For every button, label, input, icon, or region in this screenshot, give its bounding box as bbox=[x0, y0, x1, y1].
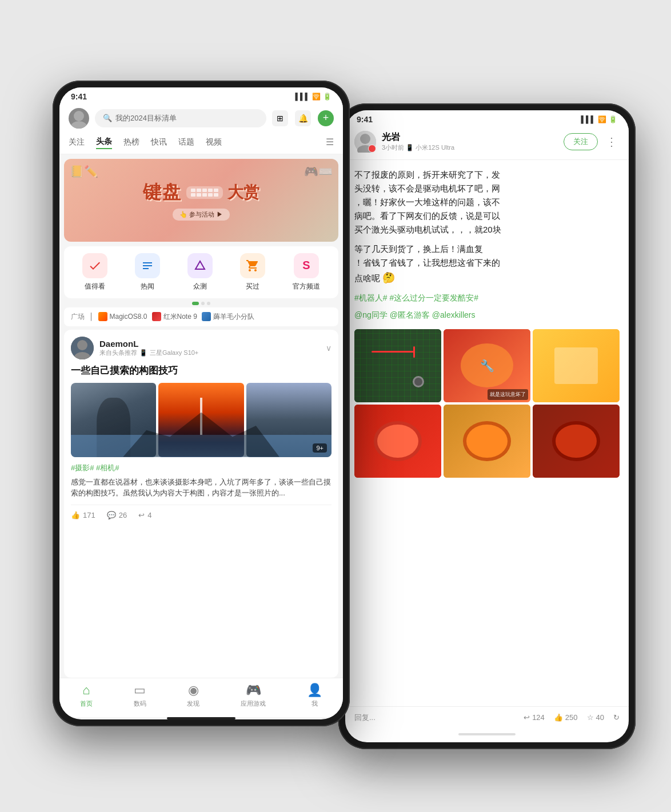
post-title: 一些自己摸索的构图技巧 bbox=[71, 364, 331, 377]
follow-button[interactable]: 关注 bbox=[564, 133, 598, 150]
post-collapse-icon[interactable]: ∨ bbox=[326, 343, 331, 353]
status-icons-left: ▌▌▌ 🛜 🔋 bbox=[295, 93, 331, 101]
post-user-avatar bbox=[71, 337, 94, 359]
nav-apps-label: 应用游戏 bbox=[241, 699, 266, 708]
content-line-8: 点啥呢🤔 bbox=[354, 270, 620, 286]
tag-magicos[interactable]: MagicOS8.0 bbox=[98, 312, 147, 321]
like-action[interactable]: 👍 171 bbox=[71, 511, 95, 519]
nav-apps[interactable]: 🎮 应用游戏 bbox=[241, 683, 266, 708]
post-device: 三星Galaxy S10+ bbox=[150, 349, 198, 357]
tab-toutiao[interactable]: 头条 bbox=[96, 135, 112, 149]
star-count: 40 bbox=[596, 713, 604, 722]
content-block-1: 不了报废的原则，拆开来研究了下，发 头没转，该不会是驱动电机坏了吧，网 ，曬！好… bbox=[354, 168, 620, 237]
status-bar-right: 9:41 ▌▌▌ 🛜 🔋 bbox=[345, 110, 629, 126]
nav-profile[interactable]: 👤 我 bbox=[307, 683, 322, 708]
right-device: 小米12S Ultra bbox=[416, 144, 454, 151]
dot-3 bbox=[207, 302, 210, 305]
banner[interactable]: 📒✏️ 🎮⌨️ 键盘 bbox=[64, 159, 338, 242]
banner-decorations: 📒✏️ 🎮⌨️ bbox=[70, 165, 333, 178]
right-image-1 bbox=[354, 329, 441, 402]
star-action[interactable]: ☆ 40 bbox=[587, 713, 604, 722]
svg-point-10 bbox=[360, 134, 370, 144]
right-status-icons: ▌▌▌ 🛜 🔋 bbox=[581, 115, 617, 123]
post-user-info: DaemonL 来自头条推荐 📱 三星Galaxy S10+ bbox=[99, 339, 320, 357]
quick-icon-test[interactable]: 众测 bbox=[187, 253, 213, 291]
banner-title: 键盘 bbox=[143, 180, 182, 205]
notification-icon[interactable]: 🔔 bbox=[295, 110, 311, 126]
post-time: 3小时前 bbox=[382, 144, 404, 151]
tab-video[interactable]: 视频 bbox=[206, 136, 222, 149]
search-bar[interactable]: 🔍 我的2024目标清单 bbox=[95, 109, 266, 127]
signal-icon: ▌▌▌ bbox=[295, 93, 310, 101]
tag-label-redmi: 红米Note 9 bbox=[163, 312, 197, 322]
right-like-action[interactable]: 👍 250 bbox=[554, 713, 578, 722]
right-screen: 9:41 ▌▌▌ 🛜 🔋 光岩 bbox=[345, 110, 629, 742]
nav-home[interactable]: ⌂ 首页 bbox=[80, 683, 93, 708]
banner-subtitle: 大赏 bbox=[227, 182, 259, 203]
post-images: 9+ bbox=[71, 383, 331, 457]
content-block-2: 等了几天到货了，换上后！满血复 ！省钱了省钱了，让我想想这省下来的 点啥呢🤔 bbox=[354, 242, 620, 286]
nav-profile-label: 我 bbox=[311, 699, 318, 708]
refresh-icon: ↻ bbox=[613, 713, 620, 722]
right-content-area: 不了报废的原则，拆开来研究了下，发 头没转，该不会是驱动电机坏了吧，网 ，曬！好… bbox=[345, 160, 629, 706]
apps-icon: 🎮 bbox=[246, 683, 261, 698]
official-icon: S bbox=[294, 253, 319, 278]
reply-input[interactable]: 回复... bbox=[354, 713, 514, 723]
pcb-photo-1 bbox=[354, 329, 441, 402]
nav-digital[interactable]: ▭ 数码 bbox=[134, 683, 146, 708]
more-options-button[interactable]: ⋮ bbox=[604, 135, 620, 149]
post-tags[interactable]: #摄影# #相机# bbox=[71, 463, 331, 473]
tab-news[interactable]: 快讯 bbox=[151, 136, 167, 149]
post-username: DaemonL bbox=[99, 339, 320, 349]
content-line-5: 买个激光头驱动电机试试，，，就20块 bbox=[354, 223, 620, 237]
right-signal-icon: ▌▌▌ bbox=[581, 115, 596, 123]
right-username: 光岩 bbox=[382, 131, 558, 143]
like-count: 171 bbox=[83, 511, 95, 519]
svg-rect-3 bbox=[143, 265, 152, 266]
post-header: DaemonL 来自头条推荐 📱 三星Galaxy S10+ ∨ bbox=[71, 337, 331, 359]
status-bar-left: 9:41 ▌▌▌ 🛜 🔋 bbox=[59, 87, 343, 103]
svg-rect-2 bbox=[143, 262, 152, 263]
forward-action[interactable]: ↩ 124 bbox=[524, 713, 545, 722]
tab-follow[interactable]: 关注 bbox=[69, 136, 85, 149]
bottom-nav: ⌂ 首页 ▭ 数码 ◉ 发现 🎮 应用游戏 bbox=[59, 678, 343, 717]
image-icon[interactable]: ⊞ bbox=[272, 110, 288, 126]
banner-cta[interactable]: 👆 参与活动 ▶ bbox=[173, 209, 229, 221]
comment-action[interactable]: 💬 26 bbox=[107, 511, 127, 519]
add-button[interactable]: + bbox=[318, 110, 334, 126]
right-image-2: 🔧 就是这玩意坏了 bbox=[444, 329, 530, 402]
quick-icon-bought[interactable]: 买过 bbox=[240, 253, 265, 291]
quick-icon-hot[interactable]: 热闻 bbox=[135, 253, 160, 291]
refresh-action[interactable]: ↻ bbox=[613, 713, 620, 722]
quick-icon-worthsee[interactable]: 值得看 bbox=[82, 253, 107, 291]
right-image-3 bbox=[533, 329, 620, 402]
search-icon: 🔍 bbox=[103, 114, 112, 122]
content-line-1: 不了报废的原则，拆开来研究了下，发 bbox=[354, 168, 620, 182]
quick-label-worthsee: 值得看 bbox=[85, 282, 105, 291]
tag-sheep[interactable]: 薅羊毛小分队 bbox=[202, 312, 254, 322]
phone-icon: 📱 bbox=[139, 349, 147, 357]
device-icon: 📱 bbox=[406, 144, 416, 151]
quick-label-hot: 热闻 bbox=[141, 282, 154, 291]
right-hashtags[interactable]: #机器人# #这么过分一定要发酷安# bbox=[354, 291, 620, 305]
tab-topic[interactable]: 话题 bbox=[178, 136, 194, 149]
test-icon bbox=[187, 253, 213, 278]
nav-discover[interactable]: ◉ 发现 bbox=[187, 683, 199, 708]
hot-icon bbox=[135, 253, 160, 278]
tag-redmi[interactable]: 红米Note 9 bbox=[152, 312, 197, 322]
dot-2 bbox=[201, 302, 205, 305]
home-indicator bbox=[167, 717, 235, 719]
user-avatar[interactable] bbox=[69, 108, 89, 129]
content-line-2: 头没转，该不会是驱动电机坏了吧，网 bbox=[354, 182, 620, 195]
content-line-3: ，曬！好家伙一大堆这样的问题，该不 bbox=[354, 195, 620, 209]
share-action[interactable]: ↩ 4 bbox=[138, 511, 151, 519]
search-text: 我的2024目标清单 bbox=[115, 113, 177, 123]
right-mentions[interactable]: @ng同学 @匿名游客 @alexkillers bbox=[354, 309, 620, 322]
image-count-badge: 9+ bbox=[313, 443, 327, 453]
quick-icon-official[interactable]: S 官方频道 bbox=[293, 253, 320, 291]
tab-hot[interactable]: 热榜 bbox=[123, 136, 139, 149]
comment-count: 26 bbox=[119, 511, 127, 519]
share-icon: ↩ bbox=[138, 511, 145, 519]
nav-more-icon[interactable]: ☰ bbox=[326, 137, 334, 147]
img2-label: 就是这玩意坏了 bbox=[488, 389, 528, 400]
